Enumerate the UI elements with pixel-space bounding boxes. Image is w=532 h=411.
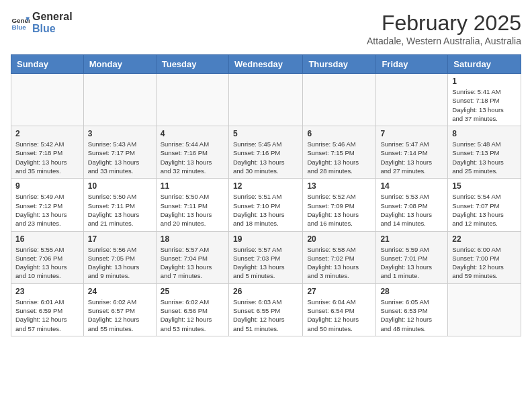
- day-number: 21: [380, 234, 443, 244]
- calendar-cell: 26Sunrise: 6:03 AM Sunset: 6:55 PM Dayli…: [228, 283, 302, 336]
- page-header: General Blue General Blue February 2025 …: [11, 11, 521, 46]
- day-number: 26: [233, 287, 298, 296]
- calendar-cell: 7Sunrise: 5:47 AM Sunset: 7:14 PM Daylig…: [376, 126, 448, 179]
- logo: General Blue General Blue: [11, 11, 73, 34]
- day-number: 12: [233, 181, 298, 191]
- location: Attadale, Western Australia, Australia: [367, 36, 521, 46]
- day-number: 13: [307, 181, 371, 191]
- calendar-cell: [156, 74, 228, 126]
- day-number: 6: [307, 129, 371, 138]
- calendar-cell: 20Sunrise: 5:58 AM Sunset: 7:02 PM Dayli…: [303, 231, 376, 283]
- day-info: Sunrise: 5:57 AM Sunset: 7:04 PM Dayligh…: [161, 245, 224, 281]
- day-info: Sunrise: 5:56 AM Sunset: 7:05 PM Dayligh…: [88, 245, 152, 281]
- day-info: Sunrise: 5:44 AM Sunset: 7:16 PM Dayligh…: [161, 140, 224, 175]
- day-number: 7: [380, 129, 443, 138]
- calendar-cell: 27Sunrise: 6:04 AM Sunset: 6:54 PM Dayli…: [303, 283, 376, 336]
- day-header-tuesday: Tuesday: [156, 55, 228, 74]
- calendar-cell: 8Sunrise: 5:48 AM Sunset: 7:13 PM Daylig…: [448, 126, 521, 179]
- day-number: 20: [307, 234, 371, 244]
- day-info: Sunrise: 5:58 AM Sunset: 7:02 PM Dayligh…: [307, 245, 371, 281]
- day-number: 9: [15, 181, 79, 191]
- day-info: Sunrise: 5:50 AM Sunset: 7:11 PM Dayligh…: [161, 192, 224, 228]
- calendar-week-5: 23Sunrise: 6:01 AM Sunset: 6:59 PM Dayli…: [11, 283, 521, 336]
- day-info: Sunrise: 5:51 AM Sunset: 7:10 PM Dayligh…: [233, 192, 298, 228]
- calendar-week-3: 9Sunrise: 5:49 AM Sunset: 7:12 PM Daylig…: [11, 179, 521, 231]
- day-header-thursday: Thursday: [303, 55, 376, 74]
- day-number: 3: [88, 129, 152, 138]
- logo-line2: Blue: [32, 23, 73, 35]
- day-number: 27: [307, 287, 371, 296]
- calendar-cell: 1Sunrise: 5:41 AM Sunset: 7:18 PM Daylig…: [448, 74, 521, 126]
- day-info: Sunrise: 5:52 AM Sunset: 7:09 PM Dayligh…: [307, 192, 371, 228]
- logo-line1: General: [32, 11, 73, 23]
- calendar-cell: [376, 74, 448, 126]
- calendar-cell: 21Sunrise: 5:59 AM Sunset: 7:01 PM Dayli…: [376, 231, 448, 283]
- day-number: 22: [452, 234, 517, 244]
- day-info: Sunrise: 5:46 AM Sunset: 7:15 PM Dayligh…: [307, 140, 371, 175]
- day-number: 14: [380, 181, 443, 191]
- calendar-cell: 11Sunrise: 5:50 AM Sunset: 7:11 PM Dayli…: [156, 179, 228, 231]
- calendar-cell: 25Sunrise: 6:02 AM Sunset: 6:56 PM Dayli…: [156, 283, 228, 336]
- day-info: Sunrise: 6:04 AM Sunset: 6:54 PM Dayligh…: [307, 298, 371, 333]
- day-info: Sunrise: 5:54 AM Sunset: 7:07 PM Dayligh…: [452, 192, 517, 228]
- calendar-cell: 6Sunrise: 5:46 AM Sunset: 7:15 PM Daylig…: [303, 126, 376, 179]
- calendar-cell: [228, 74, 302, 126]
- calendar-cell: 15Sunrise: 5:54 AM Sunset: 7:07 PM Dayli…: [448, 179, 521, 231]
- day-number: 10: [88, 181, 152, 191]
- svg-text:Blue: Blue: [11, 23, 26, 30]
- month-title: February 2025: [367, 11, 521, 36]
- day-number: 8: [452, 129, 517, 138]
- calendar-cell: [83, 74, 156, 126]
- calendar-cell: 16Sunrise: 5:55 AM Sunset: 7:06 PM Dayli…: [11, 231, 84, 283]
- day-info: Sunrise: 5:49 AM Sunset: 7:12 PM Dayligh…: [15, 192, 79, 228]
- day-number: 23: [15, 287, 79, 296]
- day-header-saturday: Saturday: [448, 55, 521, 74]
- calendar-cell: 14Sunrise: 5:53 AM Sunset: 7:08 PM Dayli…: [376, 179, 448, 231]
- day-number: 19: [233, 234, 298, 244]
- calendar-cell: 24Sunrise: 6:02 AM Sunset: 6:57 PM Dayli…: [83, 283, 156, 336]
- day-number: 16: [15, 234, 79, 244]
- day-info: Sunrise: 6:02 AM Sunset: 6:56 PM Dayligh…: [161, 298, 224, 333]
- day-info: Sunrise: 5:45 AM Sunset: 7:16 PM Dayligh…: [233, 140, 298, 175]
- day-info: Sunrise: 6:00 AM Sunset: 7:00 PM Dayligh…: [452, 245, 517, 281]
- calendar-cell: 12Sunrise: 5:51 AM Sunset: 7:10 PM Dayli…: [228, 179, 302, 231]
- calendar-cell: 5Sunrise: 5:45 AM Sunset: 7:16 PM Daylig…: [228, 126, 302, 179]
- calendar-cell: 22Sunrise: 6:00 AM Sunset: 7:00 PM Dayli…: [448, 231, 521, 283]
- day-number: 18: [161, 234, 224, 244]
- calendar-cell: [448, 283, 521, 336]
- day-info: Sunrise: 6:02 AM Sunset: 6:57 PM Dayligh…: [88, 298, 152, 333]
- day-number: 17: [88, 234, 152, 244]
- day-header-friday: Friday: [376, 55, 448, 74]
- day-info: Sunrise: 5:47 AM Sunset: 7:14 PM Dayligh…: [380, 140, 443, 175]
- calendar-cell: 2Sunrise: 5:42 AM Sunset: 7:18 PM Daylig…: [11, 126, 84, 179]
- calendar-cell: 17Sunrise: 5:56 AM Sunset: 7:05 PM Dayli…: [83, 231, 156, 283]
- day-info: Sunrise: 5:50 AM Sunset: 7:11 PM Dayligh…: [88, 192, 152, 228]
- calendar-cell: 23Sunrise: 6:01 AM Sunset: 6:59 PM Dayli…: [11, 283, 84, 336]
- calendar-cell: [11, 74, 84, 126]
- day-header-wednesday: Wednesday: [228, 55, 302, 74]
- calendar-cell: 10Sunrise: 5:50 AM Sunset: 7:11 PM Dayli…: [83, 179, 156, 231]
- day-number: 2: [15, 129, 79, 138]
- day-info: Sunrise: 6:03 AM Sunset: 6:55 PM Dayligh…: [233, 298, 298, 333]
- day-number: 25: [161, 287, 224, 296]
- calendar-week-4: 16Sunrise: 5:55 AM Sunset: 7:06 PM Dayli…: [11, 231, 521, 283]
- day-header-monday: Monday: [83, 55, 156, 74]
- day-number: 1: [452, 77, 517, 86]
- day-number: 11: [161, 181, 224, 191]
- day-info: Sunrise: 5:59 AM Sunset: 7:01 PM Dayligh…: [380, 245, 443, 281]
- calendar-header-row: SundayMondayTuesdayWednesdayThursdayFrid…: [11, 55, 521, 74]
- calendar: SundayMondayTuesdayWednesdayThursdayFrid…: [11, 54, 521, 336]
- calendar-cell: 9Sunrise: 5:49 AM Sunset: 7:12 PM Daylig…: [11, 179, 84, 231]
- day-number: 15: [452, 181, 517, 191]
- calendar-cell: 3Sunrise: 5:43 AM Sunset: 7:17 PM Daylig…: [83, 126, 156, 179]
- calendar-cell: 28Sunrise: 6:05 AM Sunset: 6:53 PM Dayli…: [376, 283, 448, 336]
- logo-icon: General Blue: [11, 13, 30, 32]
- calendar-cell: [303, 74, 376, 126]
- title-area: February 2025 Attadale, Western Australi…: [367, 11, 521, 46]
- day-info: Sunrise: 5:43 AM Sunset: 7:17 PM Dayligh…: [88, 140, 152, 175]
- day-info: Sunrise: 5:55 AM Sunset: 7:06 PM Dayligh…: [15, 245, 79, 281]
- calendar-cell: 4Sunrise: 5:44 AM Sunset: 7:16 PM Daylig…: [156, 126, 228, 179]
- calendar-cell: 13Sunrise: 5:52 AM Sunset: 7:09 PM Dayli…: [303, 179, 376, 231]
- calendar-cell: 18Sunrise: 5:57 AM Sunset: 7:04 PM Dayli…: [156, 231, 228, 283]
- day-number: 5: [233, 129, 298, 138]
